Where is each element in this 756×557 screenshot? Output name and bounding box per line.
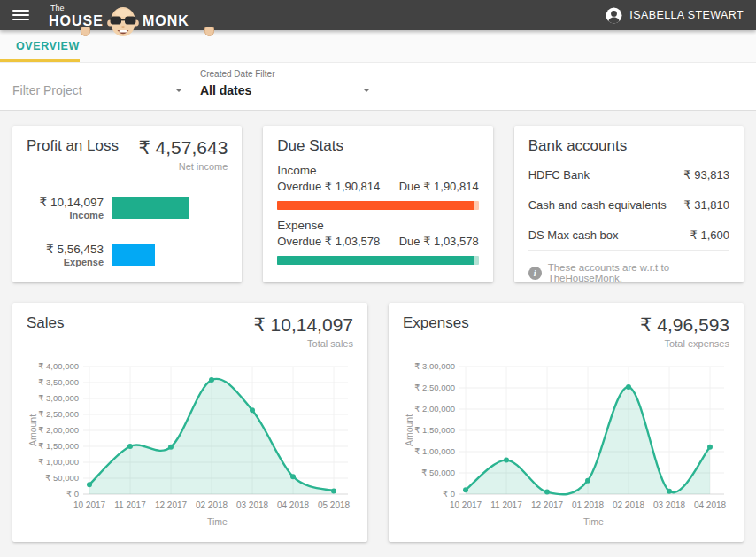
bank-account-row: DS Max cash box ₹ 1,600 [528,220,729,251]
svg-text:Time: Time [207,516,228,527]
total-expenses-value: ₹ 4,96,593 [640,314,729,336]
bank-account-name: DS Max cash box [528,228,619,242]
expenses-card: Expenses ₹ 4,96,593 Total expenses ₹ 0₹ … [389,303,744,542]
filter-bar: Filter Project Created Date Filter All d… [0,63,756,111]
svg-text:01 2018: 01 2018 [572,500,605,510]
svg-text:11 2017: 11 2017 [490,500,522,510]
svg-text:₹ 2,00,000: ₹ 2,00,000 [38,425,79,435]
svg-text:11 2017: 11 2017 [114,500,146,510]
info-icon: i [528,267,542,280]
sales-title: Sales [27,314,65,332]
bank-account-name: Cash and cash equivalents [528,198,667,212]
bank-accounts-card: Bank accounts HDFC Bank ₹ 93,813 Cash an… [514,126,744,282]
bank-accounts-note: i These accounts are w.r.t to TheHouseMo… [528,262,729,283]
svg-text:04 2018: 04 2018 [694,500,727,510]
svg-text:₹ 4,00,000: ₹ 4,00,000 [38,361,79,371]
total-expenses-label: Total expenses [640,338,729,349]
bank-account-row: Cash and cash equivalents ₹ 31,810 [528,190,729,220]
svg-text:₹ 2,00,000: ₹ 2,00,000 [414,404,455,414]
due-stats-card: Due Stats Income Overdue ₹ 1,90,814 Due … [263,126,492,282]
svg-text:₹ 1,50,000: ₹ 1,50,000 [414,425,455,435]
net-income-value: ₹ 4,57,643 [138,137,228,159]
date-filter-select[interactable]: All dates [200,80,374,104]
chevron-down-icon [363,89,370,92]
svg-text:03 2018: 03 2018 [236,500,269,510]
income-label: Income [27,210,104,220]
project-filter-select[interactable]: Filter Project [12,80,186,104]
bank-accounts-note-text: These accounts are w.r.t to TheHouseMonk… [548,262,729,283]
svg-text:05 2018: 05 2018 [318,500,351,510]
bank-account-amount: ₹ 31,810 [683,198,729,212]
profit-loss-title: Profit an Loss [27,137,119,155]
topbar: The HOUSE MONK [0,0,756,30]
project-filter-field: Filter Project [12,68,186,102]
monk-hand-icon [81,27,90,36]
bank-account-amount: ₹ 1,600 [690,228,729,242]
sales-card: Sales ₹ 10,14,097 Total sales ₹ 0₹ 50,00… [12,303,367,542]
due-income-overdue: Overdue ₹ 1,90,814 [277,180,380,193]
bank-account-name: HDFC Bank [528,168,590,182]
svg-text:04 2018: 04 2018 [277,500,310,510]
svg-text:₹ 50,000: ₹ 50,000 [45,473,79,483]
due-stats-title: Due Stats [277,137,478,155]
avatar-icon [606,7,622,24]
due-expense-section: Expense Overdue ₹ 1,03,578 Due ₹ 1,03,57… [277,219,478,265]
income-value: ₹ 10,14,097 [27,195,104,209]
svg-text:₹ 0: ₹ 0 [443,489,455,499]
date-filter-field: Created Date Filter All dates [200,68,374,102]
svg-text:₹ 1,50,000: ₹ 1,50,000 [38,441,79,451]
expense-label: Expense [27,257,104,267]
svg-text:₹ 2,50,000: ₹ 2,50,000 [38,409,79,419]
brand-monk: MONK [143,13,189,29]
svg-text:02 2018: 02 2018 [196,500,228,510]
svg-text:₹ 1,00,000: ₹ 1,00,000 [414,446,455,456]
brand-text: The HOUSE [49,0,104,28]
svg-text:Time: Time [583,516,604,527]
expense-bar [112,244,155,266]
total-sales-label: Total sales [253,338,353,349]
income-bar-row: ₹ 10,14,097 Income [27,195,228,220]
svg-text:10 2017: 10 2017 [450,500,482,510]
tab-active-indicator [0,59,80,62]
expense-value: ₹ 5,56,453 [27,242,104,256]
user-menu[interactable]: ISABELLA STEWART [606,7,744,24]
svg-text:₹ 3,00,000: ₹ 3,00,000 [38,393,79,403]
total-sales-value: ₹ 10,14,097 [253,314,353,336]
brand-the: The [50,4,104,12]
expense-bar-row: ₹ 5,56,453 Expense [27,242,228,267]
expenses-chart[interactable]: ₹ 0₹ 50,000₹ 1,00,000₹ 1,50,000₹ 2,00,00… [403,356,729,533]
hamburger-menu-icon[interactable] [12,10,29,21]
bank-account-amount: ₹ 93,813 [683,168,729,182]
svg-text:₹ 0: ₹ 0 [66,489,79,499]
svg-text:₹ 2,50,000: ₹ 2,50,000 [414,383,455,392]
sales-chart[interactable]: ₹ 0₹ 50,000₹ 1,00,000₹ 1,50,000₹ 2,00,00… [27,356,353,533]
svg-text:12 2017: 12 2017 [531,500,564,510]
svg-text:Amount: Amount [404,414,414,446]
due-expense-overdue: Overdue ₹ 1,03,578 [277,235,380,248]
svg-text:03 2018: 03 2018 [653,500,686,510]
due-expense-name: Expense [277,219,478,232]
expenses-title: Expenses [403,314,469,332]
income-bar [112,197,189,219]
svg-text:₹ 3,50,000: ₹ 3,50,000 [38,377,79,387]
date-filter-label: Created Date Filter [200,68,374,80]
due-income-name: Income [277,164,478,177]
date-filter-value: All dates [200,83,251,97]
svg-text:Amount: Amount [27,414,38,446]
due-income-due: Due ₹ 1,90,814 [399,180,479,193]
brand-logo: The HOUSE MONK [49,0,189,30]
chevron-down-icon [175,89,182,92]
user-name: ISABELLA STEWART [629,9,744,21]
due-income-section: Income Overdue ₹ 1,90,814 Due ₹ 1,90,814 [277,164,478,210]
due-expense-due: Due ₹ 1,03,578 [399,235,479,248]
bank-account-row: HDFC Bank ₹ 93,813 [528,160,729,190]
monk-hand-icon [204,27,214,36]
svg-text:12 2017: 12 2017 [155,500,188,510]
monk-face-icon [107,0,139,30]
due-income-progressbar [277,201,478,210]
bank-accounts-title: Bank accounts [528,137,729,155]
svg-text:₹ 50,000: ₹ 50,000 [421,468,455,477]
due-expense-progressbar [277,256,478,265]
svg-text:₹ 1,00,000: ₹ 1,00,000 [38,457,79,467]
brand-house: HOUSE [49,14,104,28]
